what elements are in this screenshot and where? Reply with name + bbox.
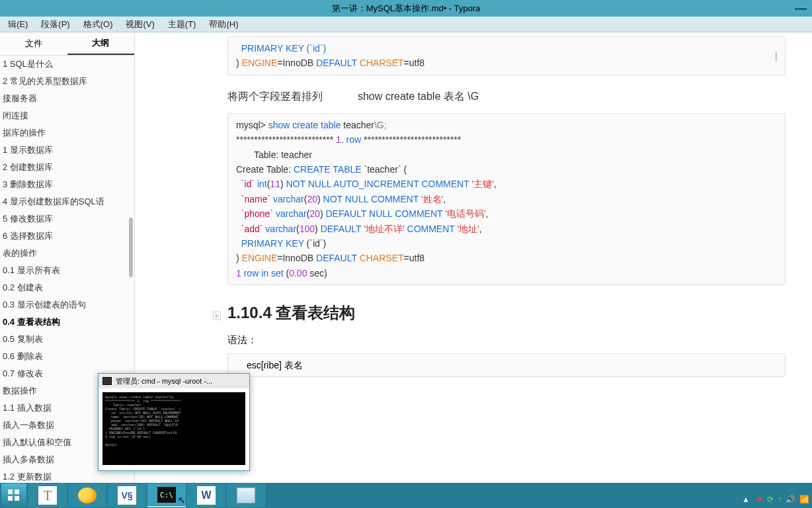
- taskbar-visio[interactable]: V§: [108, 484, 146, 507]
- outline-item[interactable]: 0.1 显示所有表: [0, 262, 134, 279]
- outline-item[interactable]: 4 显示创建数据库的SQL语: [0, 193, 134, 210]
- menu-edit[interactable]: 辑(E): [1, 17, 34, 32]
- outline-item[interactable]: 0.3 显示创建表的语句: [0, 296, 134, 314]
- start-button[interactable]: [1, 484, 26, 507]
- syntax-label: 语法：: [227, 334, 786, 347]
- outline-item[interactable]: 1 显示数据库: [0, 142, 134, 159]
- menu-format[interactable]: 格式(O): [77, 17, 120, 32]
- preview-title: 管理员: cmd - mysql -uroot -...: [116, 376, 212, 386]
- outline-item[interactable]: 据库的操作: [0, 124, 134, 142]
- word-icon: W: [197, 486, 216, 505]
- taskbar-notepad[interactable]: [227, 484, 265, 507]
- outline-item[interactable]: 2 常见的关系型数据库: [0, 73, 134, 90]
- svg-rect-2: [8, 496, 13, 501]
- tray-icon[interactable]: ↑: [778, 495, 782, 504]
- menu-theme[interactable]: 主题(T): [161, 17, 203, 32]
- block-tag-icon[interactable]: ≡: [213, 312, 221, 320]
- outline-item[interactable]: 接服务器: [0, 90, 134, 107]
- tray-icon[interactable]: ⟳: [767, 495, 774, 504]
- outline-item[interactable]: 0.6 删除表: [0, 348, 134, 365]
- outline-item[interactable]: 2 创建数据库: [0, 159, 134, 176]
- tab-outline[interactable]: 大纲: [67, 32, 135, 55]
- taskbar-preview-popup[interactable]: 管理员: cmd - mysql -uroot -... mysql> show…: [98, 373, 250, 471]
- text-cursor: |: [774, 50, 779, 61]
- code-text: PRIMARY KEY (`id`): [236, 43, 326, 54]
- heading-2: 1.10.4 查看表结构: [227, 302, 786, 323]
- menu-view[interactable]: 视图(V): [119, 17, 161, 32]
- svg-rect-0: [8, 489, 13, 494]
- tab-files[interactable]: 文件: [0, 32, 67, 55]
- code-block-1[interactable]: PRIMARY KEY (`id`) ) ENGINE=InnoDB DEFAU…: [227, 36, 786, 75]
- taskbar-word[interactable]: W: [187, 484, 225, 507]
- outline-item[interactable]: 表的操作: [0, 245, 134, 262]
- tray-expand-icon[interactable]: ▲: [742, 495, 750, 504]
- paragraph: 将两个字段竖着排列 show create table 表名 \G: [227, 90, 786, 104]
- menu-paragraph[interactable]: 段落(P): [34, 17, 76, 32]
- menu-bar: 辑(E) 段落(P) 格式(O) 视图(V) 主题(T) 帮助(H): [0, 17, 812, 32]
- window-titlebar: 第一讲：MySQL基本操作.md• - Typora —: [0, 0, 812, 17]
- taskbar: T V§ C:\ W ▲ ✱ ⟳ ↑ 🔊 📶: [0, 483, 812, 508]
- notepad-icon: [237, 487, 255, 503]
- typora-icon: T: [38, 486, 57, 505]
- scrollbar-thumb[interactable]: [129, 218, 133, 277]
- outline-item[interactable]: 3 删除数据库: [0, 176, 134, 193]
- menu-help[interactable]: 帮助(H): [202, 17, 245, 32]
- chat-icon: [78, 487, 97, 503]
- outline-item[interactable]: 0.4 查看表结构: [0, 314, 134, 331]
- svg-rect-3: [15, 496, 19, 501]
- visio-icon: V§: [118, 486, 136, 505]
- taskbar-chat[interactable]: [68, 484, 106, 507]
- taskbar-cmd[interactable]: C:\: [147, 484, 186, 507]
- preview-thumbnail[interactable]: mysql> show create table teacher\G; ****…: [102, 392, 245, 465]
- tray-network-icon[interactable]: 📶: [799, 495, 809, 504]
- svg-rect-1: [15, 489, 19, 494]
- minimize-icon[interactable]: —: [795, 1, 807, 15]
- code-block-2[interactable]: mysql> show create table teacher\G; ****…: [227, 113, 786, 285]
- outline-item[interactable]: 闭连接: [0, 107, 134, 124]
- outline-item[interactable]: 1 SQL是什么: [0, 56, 134, 73]
- tray-volume-icon[interactable]: 🔊: [786, 495, 795, 504]
- window-title: 第一讲：MySQL基本操作.md• - Typora: [332, 3, 481, 15]
- cmd-icon: C:\: [157, 487, 176, 503]
- system-tray: ▲ ✱ ⟳ ↑ 🔊 📶: [742, 495, 809, 504]
- outline-item[interactable]: 6 选择数据库: [0, 228, 134, 245]
- taskbar-typora[interactable]: T: [28, 484, 67, 507]
- outline-item[interactable]: 0.2 创建表: [0, 279, 134, 296]
- outline-item[interactable]: 0.5 复制表: [0, 331, 134, 348]
- cmd-icon: [102, 377, 112, 385]
- tray-icon[interactable]: ✱: [756, 495, 763, 504]
- code-block-3[interactable]: esc[ribe] 表名: [227, 353, 786, 377]
- outline-item[interactable]: 5 修改数据库: [0, 210, 134, 228]
